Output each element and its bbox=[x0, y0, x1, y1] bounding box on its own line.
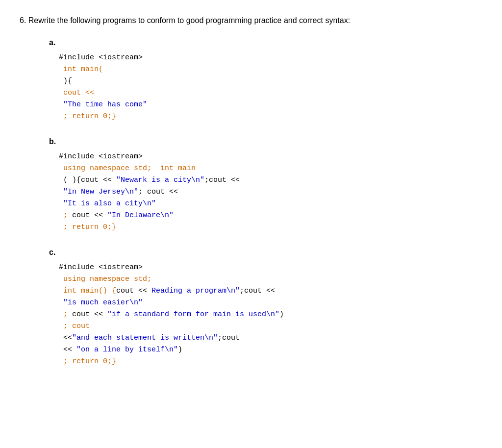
question-container: 6. Rewrite the following programs to con… bbox=[20, 15, 482, 368]
section-b: b. #include <iostream> using namespace s… bbox=[20, 137, 482, 233]
section-b-label: b. bbox=[49, 137, 482, 146]
section-c-code: #include <iostream> using namespace std;… bbox=[59, 262, 482, 368]
question-text: 6. Rewrite the following programs to con… bbox=[20, 15, 482, 26]
section-a-code: #include <iostream> int main( ){ cout <<… bbox=[59, 52, 482, 123]
section-c-label: c. bbox=[49, 248, 482, 257]
section-c: c. #include <iostream> using namespace s… bbox=[20, 248, 482, 368]
section-b-code: #include <iostream> using namespace std;… bbox=[59, 151, 482, 233]
section-a-label: a. bbox=[49, 38, 482, 47]
section-a: a. #include <iostream> int main( ){ cout… bbox=[20, 38, 482, 123]
